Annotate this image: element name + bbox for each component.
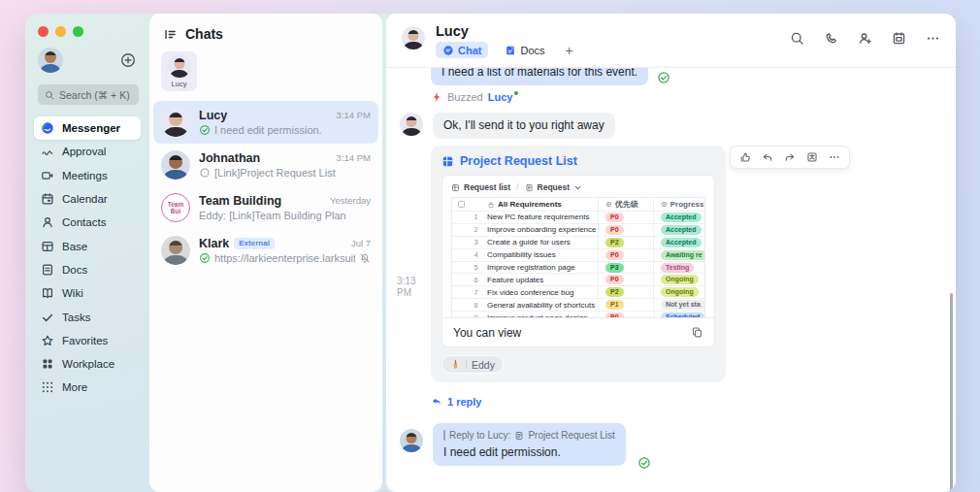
search-icon (45, 90, 54, 100)
ellipsis-icon[interactable] (926, 31, 940, 46)
search-icon[interactable] (790, 31, 804, 46)
progress-cell: Ongoing (654, 286, 704, 298)
sidebar-item-wiki[interactable]: Wiki (34, 281, 141, 305)
chat-time: Yesterday (330, 195, 371, 206)
avatar-lucy (161, 108, 190, 137)
progress-pill: Scheduled (661, 312, 704, 317)
sidebar-item-contacts[interactable]: Contacts (34, 211, 141, 234)
docs-icon (41, 263, 54, 277)
sidebar-item-calendar[interactable]: Calendar (34, 187, 141, 211)
progress-pill: Accepted (661, 238, 702, 247)
person-add-icon[interactable] (858, 31, 872, 46)
calendar-icon (41, 192, 54, 206)
checkbox[interactable] (458, 201, 465, 208)
copy-icon[interactable] (691, 326, 703, 339)
tab-chat[interactable]: Chat (436, 42, 488, 58)
buzz-target[interactable]: Lucy (488, 91, 519, 103)
requirement-cell: Fix video conference bug (482, 286, 599, 298)
conversation-header: Lucy Chat Docs + (386, 14, 956, 68)
sidebar-item-label: Meetings (62, 170, 108, 181)
thumb-up-icon[interactable] (739, 151, 751, 163)
tab-docs[interactable]: Docs (498, 42, 551, 58)
thanks-emoji-icon (450, 359, 461, 370)
translate-icon[interactable] (806, 151, 818, 163)
pinned-contact-lucy[interactable]: Lucy (161, 51, 197, 91)
ellipsis-icon[interactable] (829, 151, 840, 163)
avatar-me[interactable] (400, 429, 423, 452)
scrollbar[interactable] (950, 293, 953, 492)
table-row: 9Improve product page designP0Scheduled (452, 312, 704, 317)
quoted-message[interactable]: Reply to Lucy: Project Request List (443, 430, 615, 441)
doc-card-message[interactable]: Project Request List Request list / Requ… (431, 146, 726, 382)
reply-thread-link[interactable]: 1 reply (431, 396, 481, 408)
sidebar-item-workplace[interactable]: Workplace (34, 352, 141, 376)
chat-time: 3:14 PM (337, 152, 371, 163)
progress-pill: Ongoing (661, 275, 699, 284)
chevron-down-icon[interactable] (573, 183, 582, 192)
add-plus-icon[interactable] (120, 52, 136, 68)
tasks-icon (41, 311, 54, 324)
table-row: 5Improve registration pageP3Testing (452, 262, 704, 275)
search-input[interactable]: Search (⌘ + K) (38, 84, 139, 105)
chat-item-main: KlarkExternalJul 7https://larkieenterpri… (199, 237, 371, 265)
message-timestamp: 3:13 PM (397, 276, 428, 299)
chats-panel: Chats Lucy Lucy3:14 PMI need edit permis… (149, 14, 382, 492)
add-tab-button[interactable]: + (562, 43, 577, 58)
peer-avatar[interactable] (402, 26, 425, 49)
circle-dot-icon: ⊙ (661, 200, 668, 209)
avatar-klark (161, 236, 190, 265)
avatar-lucy[interactable] (400, 113, 423, 136)
phone-icon[interactable] (824, 31, 838, 46)
priority-pill: P0 (605, 250, 624, 260)
doc-preview-card: Request list / Request All Requirements⊙… (441, 175, 715, 347)
priority-cell: P0 (599, 274, 654, 285)
chats-filter-icon[interactable] (163, 27, 178, 42)
zoom-button[interactable] (73, 26, 83, 37)
sidebar-item-messenger[interactable]: Messenger (34, 116, 141, 140)
reaction-user: Eddy (472, 359, 495, 371)
priority-cell: P3 (599, 262, 654, 274)
chat-name: Team Building (199, 194, 281, 208)
reply-icon[interactable] (762, 151, 773, 163)
sidebar-item-label: Wiki (62, 287, 83, 299)
chat-list-item-lucy[interactable]: Lucy3:14 PMI need edit permission. (153, 101, 378, 144)
quote-bar (443, 430, 445, 441)
sidebar-item-favorites[interactable]: Favorites (34, 329, 141, 352)
chat-time: Jul 7 (351, 238, 371, 248)
tab-docs-label: Docs (520, 45, 544, 56)
message-bubble-edit-permission[interactable]: Reply to Lucy: Project Request List I ne… (433, 423, 626, 466)
buzz-bolt-icon (431, 91, 442, 103)
user-avatar[interactable] (38, 48, 63, 73)
sidebar-item-tasks[interactable]: Tasks (34, 305, 141, 328)
progress-pill: Awaiting re (661, 250, 704, 260)
chat-list-item-team-building[interactable]: Team BuiTeam BuildingYesterdayEddy: [Lin… (153, 186, 378, 229)
minimize-button[interactable] (55, 26, 66, 37)
chat-list-item-johnathan[interactable]: Johnathan3:14 PM[Link]Project Request Li… (153, 144, 378, 186)
reaction-pill[interactable]: Eddy (441, 355, 504, 374)
breadcrumb-item-request-list[interactable]: Request list (464, 182, 510, 192)
forward-icon[interactable] (784, 151, 796, 163)
message-bubble-send-right-away[interactable]: Ok, I'll send it to you right away (433, 113, 615, 139)
close-button[interactable] (38, 26, 49, 37)
sidebar-item-approval[interactable]: Approval (34, 140, 141, 163)
header-priority-cell: ⊙优先级 (599, 198, 654, 211)
table-header-row: All Requirements⊙优先级⊙Progress (452, 198, 704, 212)
quote-doc-title: Project Request List (528, 430, 615, 441)
sidebar-item-docs[interactable]: Docs (34, 258, 141, 281)
chat-preview-text: [Link]Project Request List (214, 167, 371, 179)
sidebar-item-base[interactable]: Base (34, 234, 141, 257)
row-number: 6 (470, 276, 482, 284)
sidebar-item-meetings[interactable]: Meetings (34, 164, 141, 187)
doc-card-title: Project Request List (460, 154, 577, 168)
breadcrumb-separator: / (514, 182, 520, 192)
base-icon (41, 240, 54, 253)
calendar-sm-icon[interactable] (892, 31, 906, 46)
sidebar-item-more[interactable]: More (34, 376, 141, 399)
tab-chat-label: Chat (458, 45, 481, 56)
chat-preview: I need edit permission. (199, 124, 371, 136)
row-number: 4 (470, 250, 482, 259)
team-avatar-label: Team Bui (162, 201, 189, 214)
breadcrumb-item-request[interactable]: Request (538, 182, 571, 192)
avatar-team: Team Bui (161, 193, 190, 222)
chat-list-item-klark[interactable]: KlarkExternalJul 7https://larkieenterpri… (153, 229, 378, 272)
